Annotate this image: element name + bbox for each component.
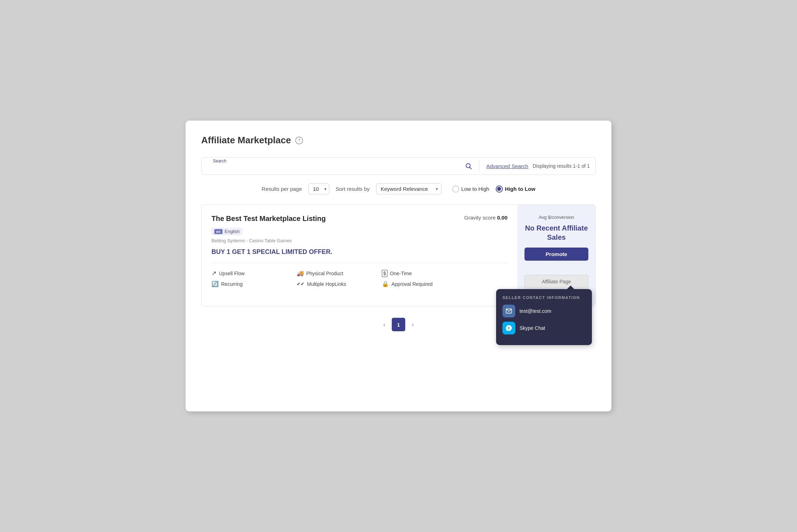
search-container: Search (207, 162, 461, 171)
high-to-low-radio[interactable]: High to Low (496, 185, 535, 193)
search-label: Search (211, 159, 228, 164)
results-per-page-label: Results per page (262, 186, 302, 192)
tooltip-email: test@test.com (520, 308, 551, 314)
recurring-icon: 🔄 (211, 281, 219, 287)
tooltip-email-row: test@test.com (502, 305, 585, 317)
high-to-low-radio-circle (496, 185, 503, 193)
feature-approval-required: 🔒 Approval Required (382, 281, 467, 287)
gravity-score: Gravity score 0.00 (464, 215, 507, 221)
recurring-label: Recurring (221, 281, 243, 287)
one-time-icon: $ (382, 270, 387, 277)
lang-code: en (214, 229, 222, 234)
features-row: ↗ Upsell Flow 🚚 Physical Product $ One-T… (211, 263, 507, 287)
skype-icon (502, 322, 515, 334)
sort-select[interactable]: Keyword Relevance Gravity Avg $/conversi… (376, 183, 441, 194)
approval-required-label: Approval Required (391, 281, 433, 287)
prev-page-button[interactable]: ‹ (380, 320, 388, 330)
search-bar: Search Advanced Search Displaying result… (201, 157, 596, 175)
low-to-high-radio-circle (452, 185, 459, 193)
language-badge: en English (211, 228, 242, 235)
seller-contact-tooltip: SELLER CONTACT INFORMATION test@test.com (496, 289, 592, 345)
sort-results-label: Sort results by (336, 186, 370, 192)
tooltip-arrow (567, 286, 574, 289)
sort-direction-group: Low to High High to Low (452, 185, 535, 193)
help-icon[interactable]: ? (295, 137, 303, 144)
displaying-results: Displaying results 1-1 of 1 (533, 163, 590, 169)
email-icon (502, 305, 515, 317)
feature-one-time: $ One-Time (382, 270, 467, 277)
approval-required-icon: 🔒 (382, 281, 389, 287)
tooltip-skype: Skype Chat (520, 325, 545, 331)
svg-line-1 (469, 167, 471, 169)
listing-sidebar: Avg $/conversion No Recent Affiliate Sal… (517, 205, 595, 306)
multiple-hoplinks-label: Multiple HopLinks (307, 281, 346, 287)
upsell-flow-icon: ↗ (211, 270, 216, 277)
feature-multiple-hoplinks: ✔✔ Multiple HopLinks (297, 281, 382, 287)
page-title: Affiliate Marketplace (201, 135, 291, 146)
physical-product-icon: 🚚 (297, 270, 304, 277)
advanced-search-link[interactable]: Advanced Search (487, 163, 528, 169)
search-divider (479, 161, 479, 171)
upsell-flow-label: Upsell Flow (219, 271, 244, 276)
lang-name: English (225, 229, 240, 234)
search-input[interactable] (207, 162, 461, 171)
next-page-button[interactable]: › (409, 320, 417, 330)
low-to-high-radio[interactable]: Low to High (452, 185, 489, 193)
listing-card: The Best Test Marketplace Listing Gravit… (201, 204, 596, 306)
no-sales-text: No Recent Affiliate Sales (524, 223, 588, 242)
main-card: Affiliate Marketplace ? Search Advanced … (186, 121, 611, 411)
avg-label: Avg $/conversion (539, 215, 574, 220)
affiliate-page-button[interactable]: Affiliate Page (524, 275, 588, 288)
results-per-page-wrapper: 10 20 50 (308, 183, 329, 194)
listing-title: The Best Test Marketplace Listing (211, 215, 326, 223)
feature-upsell-flow: ↗ Upsell Flow (211, 270, 297, 277)
sort-select-wrapper: Keyword Relevance Gravity Avg $/conversi… (376, 183, 441, 194)
promote-button[interactable]: Promote (524, 248, 588, 261)
listing-header: The Best Test Marketplace Listing Gravit… (211, 215, 507, 223)
feature-recurring: 🔄 Recurring (211, 281, 297, 287)
tooltip-skype-row: Skype Chat (502, 322, 585, 334)
promo-text: BUY 1 GET 1 SPECIAL LIMITED OFFER. (211, 248, 507, 256)
search-button[interactable] (465, 162, 472, 170)
one-time-label: One-Time (390, 271, 412, 276)
results-per-page-select[interactable]: 10 20 50 (308, 183, 329, 194)
physical-product-label: Physical Product (306, 271, 343, 276)
page-1-button[interactable]: 1 (392, 318, 405, 331)
listing-main: The Best Test Marketplace Listing Gravit… (202, 205, 517, 306)
controls-row: Results per page 10 20 50 Sort results b… (201, 183, 596, 194)
page-header: Affiliate Marketplace ? (201, 135, 596, 146)
multiple-hoplinks-icon: ✔✔ (297, 281, 304, 287)
tooltip-title: SELLER CONTACT INFORMATION (502, 295, 585, 300)
category-text: Betting Systems - Casino Table Games (211, 238, 507, 243)
feature-physical-product: 🚚 Physical Product (297, 270, 382, 277)
